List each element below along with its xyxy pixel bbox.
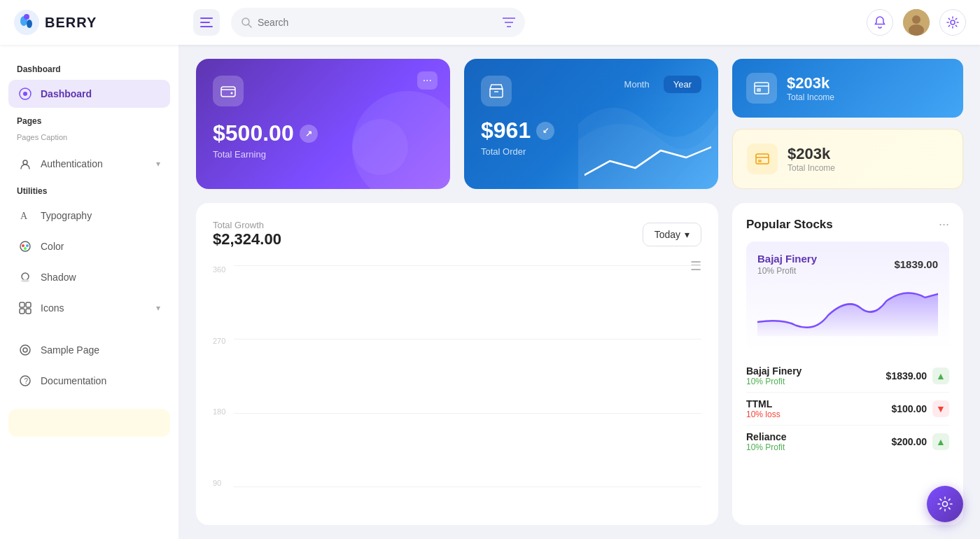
docs-icon: ?: [18, 374, 32, 388]
sidebar-item-documentation[interactable]: ? Documentation: [8, 367, 170, 395]
typography-icon: A: [18, 209, 32, 223]
topbar-right: [867, 9, 966, 36]
stock-profit-bajaj: 10% Profit: [746, 377, 802, 386]
avatar[interactable]: [903, 9, 930, 36]
income-top-icon: [746, 73, 777, 104]
main-layout: Dashboard Dashboard Pages Pages Caption …: [0, 45, 980, 539]
y-label-270: 270: [213, 337, 225, 345]
svg-point-31: [23, 348, 27, 352]
wallet-icon: [213, 76, 244, 106]
stocks-title: Popular Stocks: [746, 218, 833, 232]
svg-rect-38: [755, 83, 769, 94]
main-content: ··· $500.00 ↗ Total Earning: [179, 45, 980, 539]
sidebar-item-typography[interactable]: A Typography: [8, 202, 170, 230]
svg-point-30: [20, 345, 30, 355]
stocks-more-button[interactable]: ···: [939, 217, 949, 232]
sidebar-item-dashboard[interactable]: Dashboard: [8, 80, 170, 108]
hamburger-button[interactable]: [193, 9, 220, 36]
svg-rect-28: [20, 309, 24, 314]
svg-rect-41: [756, 154, 769, 164]
svg-point-14: [909, 24, 924, 36]
stock-item-ttml[interactable]: TTML 10% loss $100.00 ▼: [746, 393, 949, 426]
stock-price-ttml: $100.00: [891, 403, 927, 414]
svg-point-35: [231, 92, 233, 94]
svg-text:?: ?: [24, 377, 29, 385]
growth-title: Total Growth: [213, 220, 281, 230]
stock-price-bajaj: $1839.00: [886, 370, 927, 382]
search-bar: [231, 8, 525, 37]
svg-rect-36: [490, 89, 503, 97]
growth-amount: $2,324.00: [213, 230, 281, 248]
featured-stock-profit: 10% Profit: [757, 266, 817, 276]
sample-icon: [18, 343, 32, 357]
stocks-header: Popular Stocks ···: [746, 217, 949, 232]
sidebar-item-icons[interactable]: Icons ▾: [8, 294, 170, 322]
logo-icon: [14, 10, 39, 35]
svg-rect-26: [20, 302, 24, 307]
card-growth: Total Growth $2,324.00 Today ▾ ☰ 360 270…: [196, 203, 718, 525]
svg-point-3: [24, 14, 29, 20]
sidebar-item-authentication[interactable]: Authentication ▾: [8, 150, 170, 178]
sidebar-item-color[interactable]: Color: [8, 232, 170, 260]
stock-item-bajaj[interactable]: Bajaj Finery 10% Profit $1839.00 ▲: [746, 360, 949, 393]
svg-rect-5: [200, 22, 210, 23]
stock-list: Bajaj Finery 10% Profit $1839.00 ▲ TTML …: [746, 360, 949, 458]
color-icon: [18, 239, 32, 253]
earning-more-button[interactable]: ···: [417, 71, 438, 90]
sidebar-section-utilities: Utilities: [8, 181, 170, 199]
svg-point-13: [912, 15, 920, 24]
featured-sparkline: [757, 280, 938, 336]
card-income-bottom: $203k Total Income: [732, 129, 963, 189]
svg-point-17: [23, 92, 27, 96]
gear-icon: [946, 16, 959, 29]
stock-item-reliance[interactable]: Reliance 10% Profit $200.00 ▲: [746, 426, 949, 458]
search-input[interactable]: [258, 17, 497, 28]
order-icon: [481, 76, 512, 106]
svg-point-18: [23, 160, 27, 164]
sidebar-pages-caption: Pages Caption: [8, 132, 170, 147]
featured-stock-name: Bajaj Finery: [757, 253, 817, 265]
chevron-down-icon-today: ▾: [685, 229, 690, 240]
stock-name-reliance: Reliance: [746, 431, 787, 442]
filter-icon[interactable]: [503, 18, 515, 27]
stats-row: ··· $500.00 ↗ Total Earning: [196, 59, 963, 189]
today-filter-button[interactable]: Today ▾: [643, 223, 701, 246]
trend-up-bajaj: ▲: [932, 368, 949, 384]
income-bottom-value: $203k: [788, 145, 835, 163]
auth-icon: [18, 157, 32, 171]
sidebar-footer: [8, 409, 170, 437]
fab-settings-button[interactable]: [927, 486, 963, 522]
sidebar-item-shadow[interactable]: Shadow: [8, 263, 170, 291]
svg-rect-40: [757, 88, 761, 92]
chart-area: ☰ 360 270 180 90: [213, 258, 701, 508]
income-top-value: $203k: [787, 74, 834, 92]
svg-point-22: [26, 244, 29, 247]
svg-text:A: A: [20, 211, 28, 221]
svg-rect-27: [26, 302, 31, 307]
dashboard-icon: [18, 87, 32, 101]
order-sparkline: [584, 140, 712, 182]
chevron-down-icon-icons: ▾: [156, 303, 160, 313]
search-icon: [241, 17, 252, 28]
settings-button[interactable]: [939, 9, 966, 36]
growth-header: Total Growth $2,324.00 Today ▾: [213, 220, 701, 248]
trend-up-reliance: ▲: [932, 433, 949, 450]
income-bottom-label: Total Income: [788, 163, 835, 173]
y-label-360: 360: [213, 265, 225, 274]
svg-point-24: [22, 273, 29, 280]
trend-down-icon: ↙: [536, 122, 554, 140]
shadow-icon: [18, 270, 32, 284]
sidebar-item-sample-page[interactable]: Sample Page: [8, 336, 170, 364]
svg-rect-4: [200, 18, 213, 19]
sidebar-section-dashboard: Dashboard: [8, 59, 170, 77]
svg-point-21: [22, 244, 24, 247]
svg-point-2: [27, 20, 32, 28]
svg-point-15: [951, 20, 955, 24]
trend-down-ttml: ▼: [932, 400, 949, 417]
svg-point-44: [943, 502, 948, 507]
stock-profit-reliance: 10% Profit: [746, 442, 787, 452]
notification-button[interactable]: [867, 9, 893, 36]
svg-line-8: [248, 24, 251, 27]
svg-rect-29: [26, 309, 31, 314]
chevron-down-icon: ▾: [156, 159, 160, 169]
